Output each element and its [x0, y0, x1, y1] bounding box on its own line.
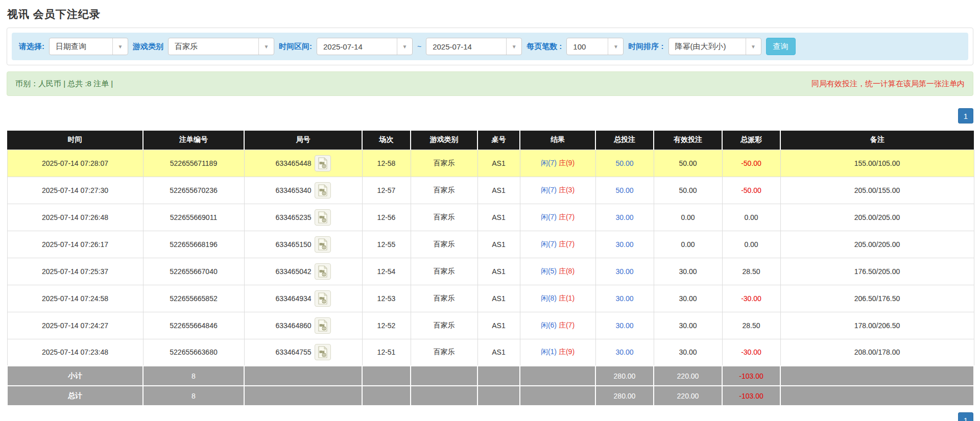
- total-bet-link[interactable]: 30.00: [615, 321, 633, 330]
- date-from-select[interactable]: 2025-07-14 ▼: [317, 38, 413, 55]
- total-bet-link[interactable]: 30.00: [615, 240, 633, 249]
- bet-id-cell: 522655669011: [143, 204, 244, 231]
- table-no-cell: AS1: [477, 258, 520, 285]
- video-file-icon: [318, 238, 328, 251]
- table-no-cell: AS1: [477, 285, 520, 312]
- round-id-cell: 633464860: [244, 312, 362, 339]
- table-row: 2025-07-14 07:25:37 522655667040 6334650…: [7, 258, 974, 285]
- result-cell: 闲(1) 庄(9): [520, 339, 595, 366]
- round-id-cell: 633465235: [244, 204, 362, 231]
- page-1-button-bottom[interactable]: 1: [958, 412, 973, 421]
- bet-id-cell: 522655671189: [143, 150, 244, 177]
- video-file-icon: [318, 265, 328, 278]
- payout-cell: 28.50: [722, 258, 780, 285]
- round-id-value: 633464860: [275, 321, 311, 330]
- time-cell: 2025-07-14 07:26:48: [7, 204, 143, 231]
- remark-cell: 176.50/205.00: [780, 258, 974, 285]
- payout-cell: -50.00: [722, 150, 780, 177]
- valid-bet-cell: 30.00: [654, 312, 722, 339]
- total-remark: [780, 386, 974, 406]
- subtotal-total-bet: 280.00: [595, 366, 654, 386]
- page-1-button[interactable]: 1: [958, 108, 973, 123]
- payout-cell: -30.00: [722, 285, 780, 312]
- date-from-value: 2025-07-14: [317, 38, 397, 55]
- table-row: 2025-07-14 07:24:27 522655664846 6334648…: [7, 312, 974, 339]
- search-button[interactable]: 查询: [766, 38, 796, 55]
- video-replay-button[interactable]: [315, 263, 331, 280]
- result-cell: 闲(8) 庄(1): [520, 285, 595, 312]
- header-game-type: 游戏类别: [411, 131, 477, 150]
- total-payout: -103.00: [722, 386, 780, 406]
- remark-cell: 155.00/105.00: [780, 150, 974, 177]
- total-bet-cell: 50.00: [595, 150, 654, 177]
- header-round-id: 局号: [244, 131, 362, 150]
- session-cell: 12-55: [362, 231, 411, 258]
- session-cell: 12-54: [362, 258, 411, 285]
- result-banker: 庄(3): [559, 186, 575, 194]
- chevron-down-icon: ▼: [112, 38, 128, 55]
- remark-cell: 205.00/205.00: [780, 231, 974, 258]
- game-type-cell: 百家乐: [411, 231, 477, 258]
- session-cell: 12-58: [362, 150, 411, 177]
- chevron-down-icon: ▼: [397, 38, 412, 55]
- table-row: 2025-07-14 07:26:48 522655669011 6334652…: [7, 204, 974, 231]
- result-cell: 闲(5) 庄(8): [520, 258, 595, 285]
- select-type-label: 请选择:: [19, 42, 44, 52]
- subtotal-count: 8: [143, 366, 244, 386]
- video-replay-button[interactable]: [315, 290, 331, 307]
- header-remark: 备注: [780, 131, 974, 150]
- round-id-cell: 633465042: [244, 258, 362, 285]
- table-no-cell: AS1: [477, 177, 520, 204]
- round-id-cell: 633464755: [244, 339, 362, 366]
- header-time: 时间: [7, 131, 143, 150]
- total-bet-link[interactable]: 50.00: [615, 186, 633, 194]
- game-type-cell: 百家乐: [411, 258, 477, 285]
- pagination-bottom: 1: [7, 412, 973, 421]
- total-bet-cell: 50.00: [595, 177, 654, 204]
- header-total-bet: 总投注: [595, 131, 654, 150]
- total-bet-link[interactable]: 30.00: [615, 267, 633, 276]
- bet-records-table: 时间 注单编号 局号 场次 游戏类别 桌号 结果 总投注 有效投注 总派彩 备注…: [7, 131, 974, 406]
- round-id-value: 633465448: [275, 159, 311, 167]
- valid-bet-cell: 50.00: [654, 177, 722, 204]
- video-file-icon: [318, 184, 328, 196]
- video-replay-button[interactable]: [315, 182, 331, 199]
- video-replay-button[interactable]: [315, 209, 331, 226]
- per-page-select[interactable]: 100 ▼: [566, 38, 624, 55]
- header-payout: 总派彩: [722, 131, 780, 150]
- game-type-cell: 百家乐: [411, 150, 477, 177]
- table-row: 2025-07-14 07:27:30 522655670236 6334653…: [7, 177, 974, 204]
- video-file-icon: [318, 319, 328, 332]
- video-replay-button[interactable]: [315, 317, 331, 334]
- valid-bet-cell: 0.00: [654, 204, 722, 231]
- total-bet-cell: 30.00: [595, 204, 654, 231]
- table-row: 2025-07-14 07:23:48 522655663680 6334647…: [7, 339, 974, 366]
- total-bet-link[interactable]: 30.00: [615, 348, 633, 356]
- round-id-value: 633465340: [275, 186, 311, 194]
- remark-cell: 206.50/176.50: [780, 285, 974, 312]
- bet-id-cell: 522655663680: [143, 339, 244, 366]
- table-no-cell: AS1: [477, 204, 520, 231]
- total-label: 总计: [7, 386, 143, 406]
- date-to-select[interactable]: 2025-07-14 ▼: [426, 38, 522, 55]
- session-cell: 12-56: [362, 204, 411, 231]
- total-bet-link[interactable]: 50.00: [615, 159, 633, 167]
- time-cell: 2025-07-14 07:24:58: [7, 285, 143, 312]
- payout-cell: 0.00: [722, 204, 780, 231]
- header-bet-id: 注单编号: [143, 131, 244, 150]
- game-type-select[interactable]: 百家乐 ▼: [168, 38, 274, 55]
- video-replay-button[interactable]: [315, 155, 331, 171]
- result-cell: 闲(7) 庄(7): [520, 204, 595, 231]
- video-replay-button[interactable]: [315, 344, 331, 360]
- session-cell: 12-53: [362, 285, 411, 312]
- query-type-select[interactable]: 日期查询 ▼: [49, 38, 128, 55]
- time-cell: 2025-07-14 07:26:17: [7, 231, 143, 258]
- sort-select[interactable]: 降幂(由大到小) ▼: [668, 38, 761, 55]
- total-bet-link[interactable]: 30.00: [615, 213, 633, 221]
- total-bet-link[interactable]: 30.00: [615, 294, 633, 303]
- video-replay-button[interactable]: [315, 236, 331, 253]
- header-valid-bet: 有效投注: [654, 131, 722, 150]
- subtotal-valid-bet: 220.00: [654, 366, 722, 386]
- subtotal-row: 小计 8 280.00 220.00 -103.00: [7, 366, 974, 386]
- time-cell: 2025-07-14 07:28:07: [7, 150, 143, 177]
